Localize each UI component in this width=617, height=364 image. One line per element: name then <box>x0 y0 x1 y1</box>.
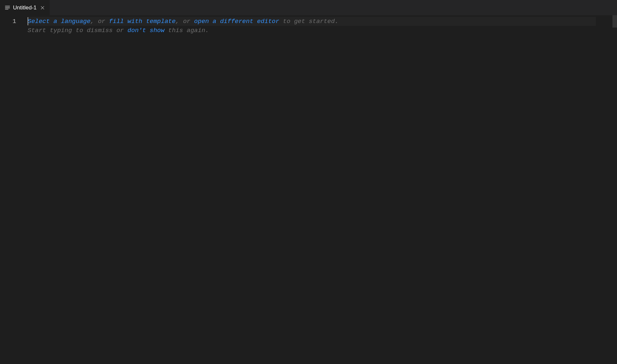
text-cursor <box>28 17 28 25</box>
close-icon <box>40 6 45 10</box>
tab-bar: Untitled-1 <box>0 0 617 15</box>
vertical-scrollbar-thumb[interactable] <box>612 15 617 28</box>
select-language-link[interactable]: Select a language <box>28 18 91 25</box>
dont-show-link[interactable]: don't show <box>128 27 165 34</box>
editor-hint-line-2: Start typing to dismiss or don't show th… <box>28 26 617 35</box>
open-different-editor-link[interactable]: open a different editor <box>194 18 279 25</box>
editor-area[interactable]: 1 Select a language, or fill with templa… <box>0 15 617 364</box>
line-number-gutter: 1 <box>0 15 28 364</box>
hint-text: this again. <box>165 27 209 34</box>
file-text-icon <box>5 5 10 11</box>
hint-text: to get started. <box>279 18 338 25</box>
hint-text: , or <box>91 18 109 25</box>
hint-text: , or <box>176 18 194 25</box>
tab-untitled-1[interactable]: Untitled-1 <box>0 0 50 15</box>
fill-with-template-link[interactable]: fill with template <box>109 18 176 25</box>
tab-close-button[interactable] <box>39 5 46 11</box>
editor-content[interactable]: Select a language, or fill with template… <box>28 15 617 364</box>
hint-text: Start typing to dismiss or <box>28 27 128 34</box>
editor-hint-line-1: Select a language, or fill with template… <box>28 17 617 26</box>
line-number: 1 <box>0 17 28 26</box>
tab-label: Untitled-1 <box>13 5 37 11</box>
